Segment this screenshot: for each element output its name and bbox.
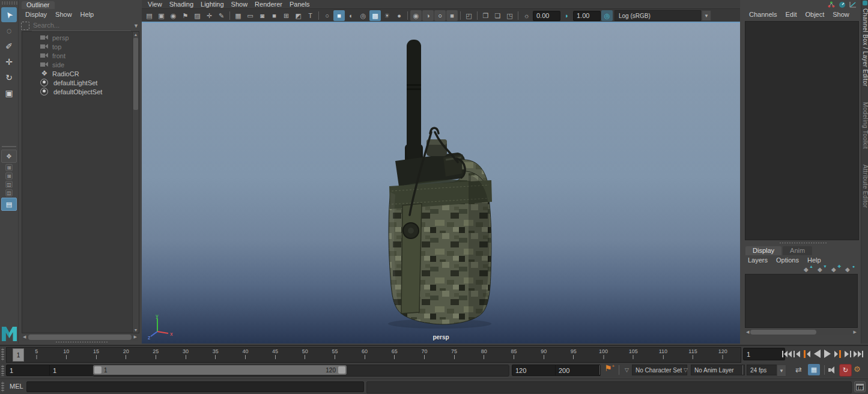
color-management-icon[interactable]: ◎: [601, 10, 613, 21]
gamma-icon[interactable]: ◗: [561, 10, 572, 21]
grease-pencil-icon[interactable]: ✎: [216, 10, 227, 21]
shadows-icon[interactable]: ●: [393, 10, 405, 21]
separator[interactable]: [460, 11, 461, 20]
separator[interactable]: [229, 11, 230, 20]
outliner-item[interactable]: RadioCR: [22, 69, 139, 78]
outliner-item[interactable]: persp: [22, 33, 139, 42]
wireframe-on-shaded-icon[interactable]: ▩: [369, 10, 381, 21]
command-line-grip[interactable]: [1, 381, 4, 392]
depth-of-field-icon[interactable]: ■: [446, 10, 458, 21]
layer-editor-menu-item[interactable]: Help: [803, 256, 825, 264]
playback-start-field[interactable]: 1: [49, 365, 94, 376]
character-setup-icon[interactable]: [828, 1, 835, 8]
playback-end-field[interactable]: 120: [512, 365, 556, 376]
channel-box-menu-item[interactable]: Edit: [781, 10, 801, 19]
new-empty-layer-icon[interactable]: ◆: [845, 265, 854, 273]
script-editor-button[interactable]: {;}: [854, 381, 866, 392]
outliner-grip[interactable]: [55, 341, 109, 343]
side-panel-tab[interactable]: Modeling Toolkit: [862, 102, 868, 149]
snapshot-icon[interactable]: ❐: [480, 10, 491, 21]
character-set-menu[interactable]: No Character Set: [632, 365, 687, 375]
layer-move-down-icon[interactable]: ◆: [818, 265, 827, 273]
animation-preferences-icon[interactable]: ⚙: [854, 365, 861, 374]
time-slider-grip[interactable]: [1, 348, 4, 361]
four-pane-layout-button[interactable]: ⊞: [5, 164, 13, 171]
range-row-grip[interactable]: [1, 365, 4, 376]
channel-box-menu-item[interactable]: Object: [801, 10, 828, 19]
smooth-shade-icon[interactable]: ■: [333, 10, 345, 21]
play-forwards-button[interactable]: [822, 347, 833, 361]
layer-list-well[interactable]: [745, 274, 858, 328]
safe-action-icon[interactable]: ◩: [293, 10, 304, 21]
hscroll-thumb[interactable]: [750, 330, 816, 335]
layer-editor-menu-item[interactable]: Options: [772, 256, 803, 264]
multisample-icon[interactable]: ○: [434, 10, 446, 21]
channel-box-menu-item[interactable]: Show: [828, 10, 854, 19]
new-layer-selected-icon[interactable]: ◆: [831, 265, 840, 273]
character-set-caret-icon[interactable]: ▽: [625, 367, 629, 373]
view-transform-dropdown[interactable]: Log (sRGB): [615, 10, 701, 21]
step-forward-frame-button[interactable]: [843, 347, 853, 361]
step-forward-key-button[interactable]: [833, 347, 843, 361]
pop-out-icon[interactable]: ◳: [504, 10, 515, 21]
lasso-tool[interactable]: ◌: [1, 23, 17, 38]
time-slider[interactable]: 5 10 15 20 25 30 35 40 45 50: [6, 347, 741, 363]
occlusion-icon[interactable]: ◉: [410, 10, 422, 21]
bookmark-create-icon[interactable]: ⚑+: [604, 363, 615, 373]
auto-keyframe-icon[interactable]: ↻: [839, 364, 852, 377]
layer-hscrollbar[interactable]: ◀ ▶: [745, 329, 858, 335]
hscroll-thumb[interactable]: [28, 335, 131, 340]
outliner-tab[interactable]: Outliner: [22, 1, 55, 9]
view-transform-caret[interactable]: ▼: [702, 10, 711, 21]
vscroll-thumb[interactable]: [133, 38, 138, 110]
scroll-up-icon[interactable]: ▲: [133, 32, 139, 37]
go-to-end-button[interactable]: [853, 347, 863, 361]
current-time-field[interactable]: 1: [743, 348, 785, 360]
grid-icon[interactable]: ▦: [232, 10, 244, 21]
rotate-tool[interactable]: ↻: [1, 70, 17, 85]
image-plane-icon[interactable]: ▨: [192, 10, 203, 21]
move-tool[interactable]: ✛: [1, 54, 17, 69]
paint-selection-tool[interactable]: ✐: [1, 38, 17, 53]
step-back-frame-button[interactable]: [792, 347, 802, 361]
layer-editor-tab[interactable]: Anim: [783, 246, 812, 255]
speedometer-icon[interactable]: [839, 1, 846, 8]
anim-layer-caret-icon[interactable]: ▽: [684, 367, 688, 373]
camera-bookmark-icon[interactable]: ⚑: [180, 10, 191, 21]
gate-mask-icon[interactable]: ■: [269, 10, 280, 21]
anim-layer-menu[interactable]: No Anim Layer: [691, 365, 745, 375]
outliner-item[interactable]: side: [22, 60, 139, 69]
select-tool[interactable]: ➤: [1, 7, 17, 22]
single-pane-layout-button[interactable]: ❖: [1, 150, 17, 163]
playback-loop-icon[interactable]: ⇄: [795, 365, 802, 374]
viewport-menu-item[interactable]: Show: [228, 1, 252, 8]
animation-start-field[interactable]: 1: [6, 365, 50, 376]
separator[interactable]: [318, 11, 319, 20]
viewport-menu-item[interactable]: Lighting: [197, 1, 228, 8]
command-input[interactable]: [26, 381, 364, 392]
outliner-item[interactable]: top: [22, 42, 139, 51]
scroll-down-icon[interactable]: ▼: [133, 327, 139, 333]
outliner-menu-item[interactable]: Help: [76, 10, 99, 19]
viewport-canvas[interactable]: y x z persp: [142, 22, 740, 344]
wireframe-icon[interactable]: ○: [321, 10, 333, 21]
outliner-vscrollbar[interactable]: ▲ ▼: [132, 32, 139, 333]
play-backwards-button[interactable]: [812, 347, 822, 361]
motion-blur-icon[interactable]: ◑: [422, 10, 434, 21]
outliner-menu-item[interactable]: Display: [21, 10, 51, 19]
viewport-menu-item[interactable]: Panels: [286, 1, 314, 8]
viewport-menu-item[interactable]: Renderer: [251, 1, 286, 8]
lighting-icon[interactable]: ☀: [381, 10, 393, 21]
film-gate-icon[interactable]: ▭: [244, 10, 256, 21]
use-default-material-icon[interactable]: ◎: [357, 10, 369, 21]
viewport-menu-item[interactable]: View: [144, 1, 166, 8]
safe-title-icon[interactable]: T: [305, 10, 316, 21]
graph-editor-icon[interactable]: [849, 1, 857, 8]
cached-playback-icon[interactable]: ▦: [808, 364, 820, 375]
scroll-right-icon[interactable]: ▶: [852, 330, 858, 335]
separator[interactable]: [407, 11, 408, 20]
field-chart-icon[interactable]: ⊞: [281, 10, 292, 21]
range-thumb-right-handle[interactable]: [338, 366, 345, 374]
resolution-gate-icon[interactable]: ◙: [256, 10, 268, 21]
search-dropdown-icon[interactable]: ▼: [133, 23, 139, 29]
